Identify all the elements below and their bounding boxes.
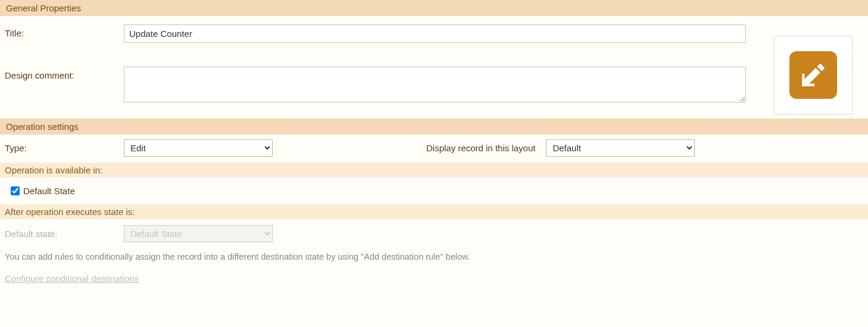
operation-settings-header: Operation settings bbox=[0, 119, 868, 135]
destination-help-text: You can add rules to conditionally assig… bbox=[0, 248, 868, 265]
edit-icon bbox=[789, 51, 837, 99]
design-comment-row: Design comment: bbox=[5, 67, 863, 104]
default-state-label: Default State bbox=[23, 186, 75, 196]
type-label: Type: bbox=[5, 143, 124, 153]
design-comment-textarea[interactable] bbox=[124, 67, 746, 102]
title-label: Title: bbox=[5, 24, 124, 38]
operation-settings-section: Operation settings Type: Edit Display re… bbox=[0, 119, 868, 163]
default-state-select-label: Default state: bbox=[5, 229, 124, 239]
title-input[interactable] bbox=[124, 24, 746, 43]
title-row: Title: bbox=[5, 24, 863, 43]
available-in-header: Operation is available in: bbox=[0, 163, 868, 177]
default-state-checkbox[interactable] bbox=[11, 186, 20, 195]
default-state-row: Default State bbox=[0, 177, 868, 204]
operation-icon-box[interactable] bbox=[774, 36, 853, 114]
default-state-select: Default State bbox=[124, 225, 273, 242]
general-properties-header: General Properties bbox=[0, 0, 868, 16]
design-comment-label: Design comment: bbox=[5, 67, 124, 80]
layout-select[interactable]: Default bbox=[546, 139, 695, 157]
layout-label: Display record in this layout bbox=[426, 143, 535, 153]
type-select[interactable]: Edit bbox=[124, 139, 273, 157]
after-execute-header: After operation executes state is: bbox=[0, 204, 868, 219]
configure-destinations-link[interactable]: Configure conditional destinations bbox=[5, 273, 139, 284]
general-properties-section: General Properties Title: Design comment… bbox=[0, 0, 868, 119]
